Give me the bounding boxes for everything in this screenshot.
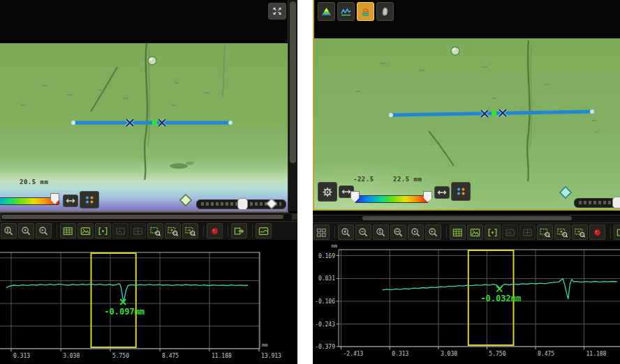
zoom-one-button[interactable] xyxy=(18,223,34,238)
export-button[interactable] xyxy=(231,223,247,238)
roi-zoom-b-button[interactable] xyxy=(165,223,181,238)
left-scan-surface xyxy=(0,43,288,211)
svg-text:0.031: 0.031 xyxy=(318,275,335,282)
range-fit-button[interactable] xyxy=(63,195,78,207)
model-icon xyxy=(258,226,270,236)
toolbar-separator xyxy=(331,226,335,238)
grid-button[interactable] xyxy=(60,223,76,238)
dim-b-button[interactable] xyxy=(519,225,536,240)
roi-zoom-a-icon xyxy=(539,227,551,238)
tile-icon xyxy=(316,227,327,238)
fullscreen-expand-button[interactable] xyxy=(268,3,286,20)
display-mode-button[interactable] xyxy=(80,191,99,208)
view-mode-height-map-button[interactable] xyxy=(318,2,335,21)
svg-text:3.038: 3.038 xyxy=(441,351,457,357)
svg-text:5.750: 5.750 xyxy=(489,351,505,357)
position-scrollbar[interactable] xyxy=(196,199,286,209)
h-arrows-icon xyxy=(341,188,352,196)
zoom-next-button[interactable] xyxy=(36,223,52,238)
svg-text:11.188: 11.188 xyxy=(212,353,232,359)
svg-text:-0.379: -0.379 xyxy=(315,344,335,350)
toolbar-separator xyxy=(443,226,447,238)
marker-diamond-green[interactable] xyxy=(179,193,193,207)
brackets-button[interactable] xyxy=(485,225,501,240)
zoom-pan-button[interactable] xyxy=(373,225,389,240)
record-icon xyxy=(591,227,603,238)
right-scan-image-view[interactable]: -22.5 22.5 mm xyxy=(313,0,620,211)
zoom-in-button[interactable] xyxy=(338,225,354,240)
zoom-next-button[interactable] xyxy=(425,225,441,240)
view-mode-layer-view-button[interactable] xyxy=(357,2,374,21)
dim-b-icon xyxy=(132,226,144,236)
zoom-pan-button[interactable] xyxy=(1,223,17,238)
roi-zoom-c-button[interactable] xyxy=(182,223,198,238)
left-vertical-scrollbar[interactable] xyxy=(288,0,298,211)
right-horizontal-scrollbar[interactable] xyxy=(313,215,620,223)
zoom-pan-icon xyxy=(375,227,387,238)
zoom-one-icon xyxy=(20,226,32,236)
measurement-app-window: 20.5 mm 0.3133.0 xyxy=(0,0,620,364)
grid-icon xyxy=(62,226,74,236)
toolbar-separator xyxy=(200,225,204,237)
grip-dots-icon xyxy=(83,194,96,206)
record-button[interactable] xyxy=(589,225,605,240)
panel-divider xyxy=(297,0,313,364)
view-mode-bar xyxy=(318,2,396,21)
dim-b-button[interactable] xyxy=(130,223,146,238)
zoom-panh-button[interactable] xyxy=(390,225,406,240)
view-mode-gray-model-button[interactable] xyxy=(376,2,394,21)
export-button[interactable] xyxy=(614,225,620,240)
svg-text:mm: mm xyxy=(332,243,337,249)
layer-view-icon xyxy=(360,6,371,17)
view-mode-profile-wave-button[interactable] xyxy=(337,2,355,21)
h-arrows-icon xyxy=(436,188,448,197)
export-icon xyxy=(233,226,245,236)
svg-text:-2.413: -2.413 xyxy=(344,351,364,357)
position-thumb[interactable] xyxy=(612,197,620,208)
svg-text:0.313: 0.313 xyxy=(392,351,408,357)
left-vertical-thumb[interactable] xyxy=(290,1,296,163)
zoom-next-icon xyxy=(427,227,439,238)
left-scan-image-view[interactable]: 20.5 mm xyxy=(0,0,288,213)
left-horizontal-scrollbar[interactable] xyxy=(0,213,299,222)
left-horizontal-thumb[interactable] xyxy=(1,215,283,219)
svg-text:5.750: 5.750 xyxy=(112,353,129,359)
svg-text:0.169: 0.169 xyxy=(318,253,335,259)
height-map-icon xyxy=(320,6,332,17)
zoom-one-button[interactable] xyxy=(408,225,424,240)
color-scale-slider[interactable] xyxy=(355,195,429,203)
roi-zoom-a-button[interactable] xyxy=(537,225,553,240)
svg-text:0.313: 0.313 xyxy=(13,353,30,359)
roi-zoom-c-button[interactable] xyxy=(572,225,588,240)
model-button[interactable] xyxy=(256,223,272,238)
roi-zoom-a-button[interactable] xyxy=(147,223,163,238)
dim-a-button[interactable] xyxy=(502,225,518,240)
gear-icon xyxy=(321,186,334,198)
record-icon xyxy=(209,226,221,236)
marker-diamond-cyan[interactable] xyxy=(559,185,573,199)
grid-button[interactable] xyxy=(450,225,466,240)
left-profile-chart: 0.3133.0385.7508.47511.18813.913mm-0.097… xyxy=(0,245,299,364)
settings-button[interactable] xyxy=(318,182,337,202)
right-horizontal-thumb[interactable] xyxy=(362,216,572,220)
roi-zoom-b-button[interactable] xyxy=(554,225,570,240)
range-fit-button-2[interactable] xyxy=(434,186,450,199)
height-range-min-label: -22.5 xyxy=(353,176,374,183)
zoom-out-button[interactable] xyxy=(355,225,371,240)
position-thumb[interactable] xyxy=(237,198,248,210)
dim-a-button[interactable] xyxy=(112,223,128,238)
record-button[interactable] xyxy=(207,223,223,238)
svg-text:8.475: 8.475 xyxy=(162,353,179,359)
marker-diamond-white[interactable] xyxy=(265,197,278,210)
expand-icon xyxy=(272,6,283,16)
image-button[interactable] xyxy=(467,225,483,240)
brackets-button[interactable] xyxy=(95,223,111,238)
tile-button[interactable] xyxy=(313,225,330,240)
dim-a-icon xyxy=(115,226,126,236)
svg-text:11.188: 11.188 xyxy=(586,351,607,357)
dim-b-icon xyxy=(522,227,533,238)
display-mode-button[interactable] xyxy=(451,182,471,201)
toolbar-separator xyxy=(224,225,228,237)
image-button[interactable] xyxy=(78,223,94,238)
position-scrollbar[interactable] xyxy=(574,198,620,208)
